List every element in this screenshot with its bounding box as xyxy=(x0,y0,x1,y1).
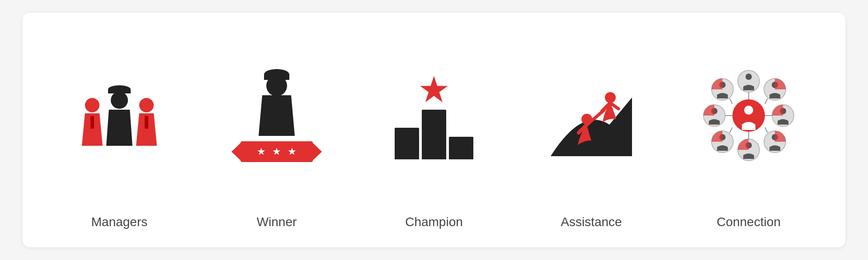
head xyxy=(111,92,128,109)
winner-icon: ★ ★ ★ xyxy=(241,69,313,162)
item-champion: ★ Champion xyxy=(366,31,502,229)
assistance-icon-area xyxy=(546,31,637,200)
svg-point-8 xyxy=(744,106,753,115)
tie xyxy=(90,116,94,129)
connection-icon-area xyxy=(699,31,798,200)
svg-point-10 xyxy=(745,74,752,80)
managers-icon xyxy=(82,85,157,146)
assistance-label: Assistance xyxy=(561,215,622,229)
winner-head xyxy=(266,75,287,96)
manager-person-left xyxy=(82,98,103,146)
item-managers: Managers xyxy=(52,31,187,229)
connection-icon xyxy=(699,66,798,165)
svg-line-28 xyxy=(765,127,768,133)
item-connection: Connection xyxy=(681,31,816,229)
assistance-icon xyxy=(546,70,637,161)
managers-icon-area xyxy=(82,31,157,200)
icon-card: Managers ★ ★ ★ xyxy=(23,13,845,247)
winner-label: Winner xyxy=(257,215,297,229)
champion-label: Champion xyxy=(405,215,463,229)
managers-label: Managers xyxy=(91,215,148,229)
ribbon-main: ★ ★ ★ xyxy=(241,141,313,162)
person-body xyxy=(136,113,157,146)
item-assistance: Assistance xyxy=(524,31,659,229)
podium-bar-right xyxy=(449,137,473,159)
svg-line-32 xyxy=(730,98,732,104)
manager-person-center xyxy=(106,85,132,146)
champion-icon-area: ★ xyxy=(395,31,473,200)
tie xyxy=(145,116,148,129)
winner-ribbon: ★ ★ ★ xyxy=(241,141,313,162)
body xyxy=(106,110,132,146)
item-winner: ★ ★ ★ Winner xyxy=(209,31,344,229)
person-body xyxy=(82,113,103,146)
manager-person-right xyxy=(136,98,157,146)
svg-line-26 xyxy=(765,98,768,104)
podium-bar-left xyxy=(395,128,419,159)
winner-figure xyxy=(259,69,295,136)
champion-icon: ★ xyxy=(395,72,473,159)
ribbon-star-1: ★ xyxy=(257,146,266,158)
podium-bar-center xyxy=(422,110,446,159)
person-head xyxy=(139,98,154,112)
ribbon-star-2: ★ xyxy=(272,146,281,158)
champion-star: ★ xyxy=(418,72,450,108)
person-head xyxy=(85,98,99,112)
svg-line-30 xyxy=(730,127,732,133)
connection-label: Connection xyxy=(717,215,781,229)
winner-icon-area: ★ ★ ★ xyxy=(241,31,313,200)
ribbon-star-3: ★ xyxy=(288,146,297,158)
podium xyxy=(395,110,473,159)
winner-body xyxy=(259,95,295,136)
